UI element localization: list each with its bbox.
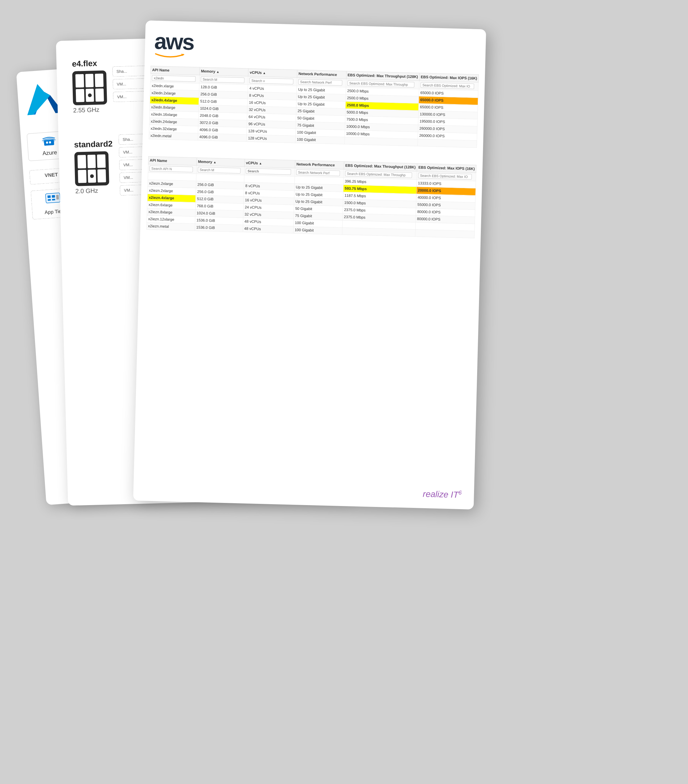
realize-it-label: realize IT6 bbox=[423, 489, 461, 500]
aws-logo: aws bbox=[154, 30, 194, 61]
aws-smile-icon bbox=[154, 53, 185, 59]
svg-rect-6 bbox=[49, 141, 51, 143]
table1-search-memory[interactable] bbox=[200, 77, 245, 83]
table2-section: API Name Memory ▲ vCPUs ▲ Network Perfor… bbox=[146, 156, 476, 238]
table2-search-memory[interactable] bbox=[198, 167, 241, 173]
table2-search-iops[interactable] bbox=[418, 173, 471, 180]
e4flex-title: e4.flex bbox=[72, 58, 106, 69]
table1-search-throughput[interactable] bbox=[347, 80, 414, 88]
table1-search-network[interactable] bbox=[298, 79, 342, 86]
table2-search-api[interactable] bbox=[149, 165, 193, 172]
app-tier-icon bbox=[45, 192, 61, 207]
table2-search-throughput[interactable] bbox=[345, 171, 412, 178]
standard2-icon bbox=[74, 151, 109, 186]
table1-search-api[interactable] bbox=[152, 75, 196, 82]
e4flex-icon bbox=[72, 70, 107, 105]
table1: API Name Memory ▲ vCPUs ▲ Network Perfor… bbox=[149, 66, 479, 148]
table1-search-iops[interactable] bbox=[420, 82, 474, 89]
azure-label: Azure bbox=[43, 149, 57, 157]
table2-search-vcpus[interactable] bbox=[246, 168, 291, 175]
front-page: aws API Name Memory ▲ vCPUs ▲ Network Pe… bbox=[133, 20, 486, 509]
table1-search-vcpus[interactable] bbox=[250, 78, 294, 85]
table2-search-network[interactable] bbox=[296, 170, 340, 176]
svg-rect-5 bbox=[46, 142, 48, 144]
svg-rect-4 bbox=[44, 140, 54, 146]
svg-rect-8 bbox=[48, 195, 51, 198]
standard2-freq: 2.0 GHz bbox=[75, 187, 114, 195]
table1-section: API Name Memory ▲ vCPUs ▲ Network Perfor… bbox=[149, 66, 479, 148]
svg-rect-12 bbox=[56, 195, 59, 200]
svg-marker-2 bbox=[25, 83, 52, 115]
standard2-title: standard2 bbox=[74, 139, 113, 150]
svg-rect-10 bbox=[48, 199, 51, 201]
aws-logo-area: aws bbox=[151, 30, 479, 68]
svg-rect-11 bbox=[52, 199, 55, 201]
svg-rect-9 bbox=[52, 195, 55, 198]
table2: API Name Memory ▲ vCPUs ▲ Network Perfor… bbox=[146, 156, 476, 238]
e4flex-freq: 2.55 GHz bbox=[73, 106, 107, 114]
